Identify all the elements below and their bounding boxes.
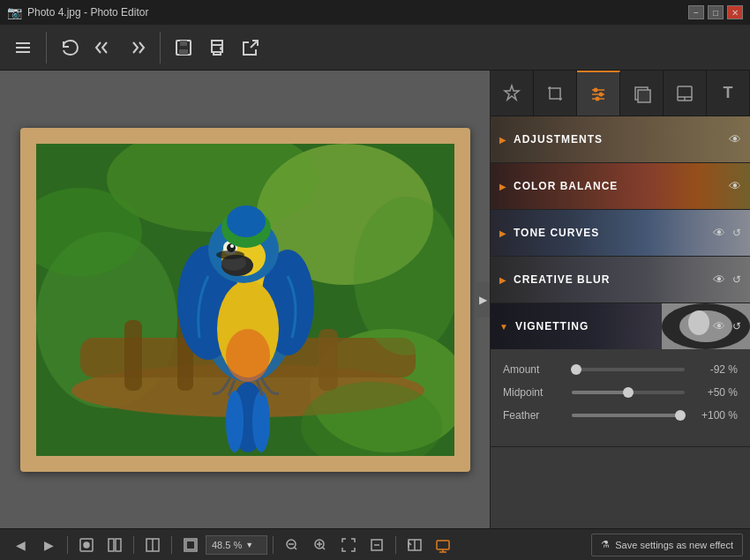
app-icon: 📷 xyxy=(7,5,22,19)
bottom-sep-2 xyxy=(133,536,134,554)
svg-point-57 xyxy=(84,542,89,548)
tone-curves-arrow: ▶ xyxy=(499,228,506,238)
expand-panel-arrow[interactable]: ▶ xyxy=(476,282,490,317)
select-button[interactable] xyxy=(73,533,100,557)
bottom-sep-4 xyxy=(273,536,274,554)
adjustments-content: ▶ ADJUSTMENTS 👁 xyxy=(491,132,750,146)
scroll-left-button[interactable]: ◀ xyxy=(7,533,34,557)
adjustments-eye-icon[interactable]: 👁 xyxy=(729,132,741,146)
actual-size-button[interactable] xyxy=(364,533,390,557)
panel-tab-text2[interactable] xyxy=(620,71,664,116)
adjustments-header[interactable]: ▶ ADJUSTMENTS 👁 xyxy=(491,116,750,162)
redo-button[interactable] xyxy=(121,32,153,63)
creative-blur-arrow: ▶ xyxy=(499,275,506,285)
main-toolbar xyxy=(0,25,750,71)
vignetting-eye-icon[interactable]: 👁 xyxy=(713,319,725,333)
panel-tab-effects[interactable] xyxy=(577,71,620,116)
save-effect-label: Save settings as new effect xyxy=(615,540,733,550)
svg-line-8 xyxy=(251,41,258,48)
export-button[interactable] xyxy=(235,32,266,63)
amount-thumb xyxy=(571,364,581,375)
midpoint-label: Midpoint xyxy=(503,386,565,399)
creative-blur-header[interactable]: ▶ CREATIVE BLUR 👁 ↺ xyxy=(491,257,750,302)
maximize-button[interactable]: □ xyxy=(708,5,724,19)
vignetting-section: ▼ VIGNETTING 👁 ↺ Amount xyxy=(491,303,750,447)
print-button[interactable] xyxy=(201,32,233,63)
bottom-toolbar: ◀ ▶ 48.5 % ▼ ⚗ Save settings as new effe… xyxy=(0,528,750,560)
before-after-button[interactable] xyxy=(401,533,428,557)
bottom-sep-5 xyxy=(395,536,396,554)
svg-point-45 xyxy=(599,92,604,96)
svg-rect-48 xyxy=(638,90,650,102)
save-effect-icon: ⚗ xyxy=(601,539,610,550)
toolbar-separator-1 xyxy=(46,32,47,63)
toolbar-separator-2 xyxy=(160,32,161,63)
vignetting-content: ▼ VIGNETTING 👁 ↺ xyxy=(491,319,750,333)
compare-button[interactable] xyxy=(101,533,128,557)
creative-blur-title: CREATIVE BLUR xyxy=(514,273,706,286)
svg-point-34 xyxy=(227,205,266,237)
svg-point-32 xyxy=(216,250,244,259)
zoom-display[interactable]: 48.5 % ▼ xyxy=(206,535,267,555)
scroll-right-button[interactable]: ▶ xyxy=(35,533,62,557)
vignetting-title: VIGNETTING xyxy=(515,320,706,332)
adjustments-section: ▶ ADJUSTMENTS 👁 xyxy=(491,116,750,163)
midpoint-thumb xyxy=(623,387,634,398)
window-title: Photo 4.jpg - Photo Editor xyxy=(27,6,148,19)
feather-thumb xyxy=(675,410,686,421)
feather-slider-row: Feather +100 % xyxy=(503,409,738,422)
color-balance-title: COLOR BALANCE xyxy=(514,180,722,192)
bottom-sep-1 xyxy=(67,536,68,554)
color-balance-header[interactable]: ▶ COLOR BALANCE 👁 xyxy=(491,163,750,209)
color-balance-eye-icon[interactable]: 👁 xyxy=(729,179,741,193)
creative-blur-reset-icon[interactable]: ↺ xyxy=(732,273,741,286)
tone-curves-reset-icon[interactable]: ↺ xyxy=(732,227,741,239)
minimize-button[interactable]: − xyxy=(688,5,704,19)
svg-point-46 xyxy=(596,96,600,101)
amount-slider[interactable] xyxy=(572,368,685,371)
adjustments-arrow: ▶ xyxy=(499,135,506,145)
fullscreen-button[interactable] xyxy=(430,533,456,557)
history-button[interactable] xyxy=(139,533,166,557)
canvas-area[interactable] xyxy=(0,71,490,528)
zoom-in-button[interactable] xyxy=(307,533,334,557)
feather-label: Feather xyxy=(503,409,565,422)
midpoint-fill xyxy=(572,391,628,394)
svg-line-65 xyxy=(294,547,296,549)
tone-curves-header[interactable]: ▶ TONE CURVES 👁 ↺ xyxy=(491,210,750,256)
svg-point-24 xyxy=(226,329,270,382)
midpoint-slider[interactable] xyxy=(572,391,685,394)
feather-slider[interactable] xyxy=(572,414,685,417)
color-balance-content: ▶ COLOR BALANCE 👁 xyxy=(491,179,750,193)
panel-tab-text[interactable]: T xyxy=(707,71,750,116)
vignetting-header[interactable]: ▼ VIGNETTING 👁 ↺ xyxy=(491,303,750,349)
creative-blur-eye-icon[interactable]: 👁 xyxy=(713,273,725,287)
svg-rect-18 xyxy=(319,329,338,391)
vignetting-body: Amount -92 % Midpoint xyxy=(491,349,750,446)
menu-button[interactable] xyxy=(7,32,39,63)
svg-point-7 xyxy=(221,48,222,49)
creative-blur-content: ▶ CREATIVE BLUR 👁 ↺ xyxy=(491,273,750,287)
panel-tab-adjust[interactable] xyxy=(491,71,534,116)
vignetting-reset-icon[interactable]: ↺ xyxy=(732,320,741,332)
zoom-dropdown-icon: ▼ xyxy=(245,541,253,549)
svg-rect-5 xyxy=(179,49,188,55)
midpoint-value: +50 % xyxy=(692,386,738,399)
undo-button[interactable] xyxy=(54,32,86,63)
frame-button[interactable] xyxy=(177,533,204,557)
color-balance-arrow: ▶ xyxy=(499,182,506,191)
color-balance-section: ▶ COLOR BALANCE 👁 xyxy=(491,163,750,210)
close-button[interactable]: ✕ xyxy=(727,5,743,19)
right-panel: T ▶ ADJUSTMENTS 👁 xyxy=(490,71,750,528)
fit-button[interactable] xyxy=(335,533,362,557)
tone-curves-eye-icon[interactable]: 👁 xyxy=(713,226,725,240)
amount-value: -92 % xyxy=(692,363,738,376)
panel-tab-crop[interactable] xyxy=(534,71,577,116)
save-effect-button[interactable]: ⚗ Save settings as new effect xyxy=(591,534,743,556)
zoom-out-button[interactable] xyxy=(279,533,305,557)
save-button[interactable] xyxy=(168,32,199,63)
panel-tabs: T xyxy=(491,71,750,116)
undo-prev-button[interactable] xyxy=(87,32,119,63)
panel-tab-overlay[interactable] xyxy=(664,71,707,116)
vignetting-arrow: ▼ xyxy=(499,322,508,332)
